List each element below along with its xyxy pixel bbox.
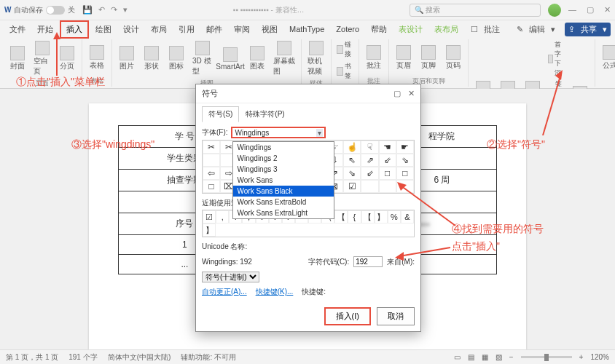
symbol-cell[interactable]: ☟: [361, 141, 378, 154]
status-page[interactable]: 第 1 页，共 1 页: [6, 352, 58, 363]
symbol-cell[interactable]: ☛: [396, 141, 414, 154]
symbol-cell[interactable]: [361, 180, 378, 193]
dialog-titlebar[interactable]: 符号 ▢✕: [196, 84, 420, 103]
tab-zotero[interactable]: Zotero: [331, 23, 364, 36]
symbol-cell[interactable]: ☝: [343, 141, 361, 154]
print-layout-icon[interactable]: ▦: [482, 353, 488, 361]
symbol-cell[interactable]: ⇙: [379, 154, 396, 167]
tab-tabledesign[interactable]: 表设计: [393, 22, 428, 37]
font-option[interactable]: Work Sans ExtraBold: [233, 197, 334, 207]
tab-design[interactable]: 设计: [118, 22, 144, 37]
comment-button[interactable]: 批注: [362, 39, 385, 76]
symbol-cell[interactable]: [379, 180, 396, 193]
recent-symbol[interactable]: 【: [334, 210, 348, 223]
tab-tablelayout[interactable]: 表布局: [429, 22, 463, 37]
symbol-cell[interactable]: ⇖: [343, 154, 361, 167]
font-option[interactable]: Wingdings 2: [233, 153, 334, 164]
symbol-cell[interactable]: ☚: [379, 141, 396, 154]
tab-layout[interactable]: 布局: [146, 22, 172, 37]
symbol-cell[interactable]: ⇘: [343, 167, 361, 180]
bookmark-button[interactable]: 书签: [334, 61, 356, 82]
shapes-button[interactable]: 形状: [140, 39, 163, 78]
equation-button[interactable]: 公式: [598, 39, 615, 76]
web-layout-icon[interactable]: ▨: [495, 353, 502, 361]
symbol-cell[interactable]: ⇙: [361, 167, 378, 180]
tab-file[interactable]: 文件: [4, 22, 31, 37]
tab-special-chars[interactable]: 特殊字符(P): [239, 106, 291, 122]
cover-page-button[interactable]: 封面: [6, 39, 29, 78]
dropcap-button[interactable]: 首字下沉: [546, 39, 567, 79]
smartart-button[interactable]: SmartArt: [216, 39, 244, 78]
share-button[interactable]: ⇪ 共享 ▾: [565, 23, 611, 36]
table-button[interactable]: 表格: [85, 39, 109, 76]
undo-icon[interactable]: ↶: [98, 5, 105, 15]
tab-view[interactable]: 视图: [256, 22, 283, 37]
recent-symbol[interactable]: 】: [375, 210, 388, 223]
recent-symbol[interactable]: 】: [203, 223, 216, 237]
font-option[interactable]: Work Sans Black: [233, 186, 334, 197]
blank-page-button[interactable]: 空白页: [31, 39, 54, 78]
autocorrect-link[interactable]: 自动更正(A)...: [202, 287, 247, 297]
3dmodel-button[interactable]: 3D 模型: [189, 39, 215, 78]
font-option[interactable]: Wingdings 3: [233, 164, 334, 175]
symbol-cell[interactable]: □: [203, 180, 220, 193]
recent-symbol[interactable]: ,: [216, 210, 229, 223]
online-video-button[interactable]: 联机视频: [305, 39, 328, 78]
cancel-button[interactable]: 取消: [377, 307, 415, 325]
tab-help[interactable]: 帮助: [366, 22, 392, 37]
chart-button[interactable]: 图表: [246, 39, 269, 78]
symbol-cell[interactable]: ☑: [343, 180, 361, 193]
symbol-cell[interactable]: ⇘: [396, 154, 414, 167]
footer-button[interactable]: 页脚: [417, 39, 440, 76]
link-button[interactable]: 链接: [334, 39, 356, 60]
recent-symbol[interactable]: &: [401, 210, 414, 223]
tab-insert[interactable]: 插入: [60, 20, 89, 39]
charcode-input[interactable]: [353, 256, 383, 267]
maximize-icon[interactable]: ▢: [587, 5, 594, 15]
symbol-cell[interactable]: ✂: [203, 141, 220, 154]
symbol-cell[interactable]: [396, 180, 414, 193]
font-combo[interactable]: Wingdings Wingdings Wingdings 2 Wingding…: [231, 127, 326, 138]
autosave-toggle[interactable]: W 自动保存 关: [4, 5, 75, 15]
tab-review[interactable]: 审阅: [229, 22, 255, 37]
font-option[interactable]: Work Sans: [233, 175, 334, 186]
recent-symbol[interactable]: 【: [361, 210, 375, 223]
edit-button[interactable]: ✎ 编辑 ▾: [513, 23, 559, 36]
tab-draw[interactable]: 绘图: [90, 22, 117, 37]
read-mode-icon[interactable]: ▤: [468, 353, 474, 361]
font-option[interactable]: Wingdings: [233, 142, 334, 153]
save-icon[interactable]: 💾: [82, 5, 93, 15]
tab-references[interactable]: 引用: [173, 22, 200, 37]
zoom-out-icon[interactable]: −: [509, 353, 514, 361]
insert-button[interactable]: 插入(I): [324, 307, 371, 325]
tab-mailings[interactable]: 邮件: [201, 22, 227, 37]
avatar[interactable]: [548, 4, 561, 17]
zoom-slider[interactable]: [521, 356, 572, 358]
recent-symbol[interactable]: %: [388, 210, 401, 223]
dialog-max-icon[interactable]: ▢: [393, 89, 401, 98]
screenshot-button[interactable]: 屏幕截图: [270, 39, 298, 78]
status-accessibility[interactable]: 辅助功能: 不可用: [181, 352, 236, 363]
pagenum-button[interactable]: 页码: [442, 39, 465, 76]
shortcut-link[interactable]: 快捷键(K)...: [256, 287, 294, 297]
zoom-in-icon[interactable]: +: [579, 353, 584, 361]
toggle-icon[interactable]: [46, 6, 65, 15]
header-button[interactable]: 页眉: [392, 39, 415, 76]
status-lang[interactable]: 简体中文(中国大陆): [108, 352, 171, 363]
from-select[interactable]: 符号(十进制): [202, 272, 259, 282]
icons-button[interactable]: 图标: [165, 39, 188, 78]
comments-button[interactable]: ☐ 批注: [467, 23, 507, 36]
dialog-close-icon[interactable]: ✕: [408, 89, 415, 98]
pictures-button[interactable]: 图片: [115, 39, 138, 78]
status-words[interactable]: 191 个字: [68, 352, 97, 363]
search-input[interactable]: 🔍 搜索: [410, 4, 541, 17]
focus-mode-icon[interactable]: ▭: [454, 353, 461, 361]
font-option[interactable]: Work Sans ExtraLight: [233, 207, 334, 218]
symbol-cell[interactable]: [203, 154, 220, 167]
symbol-cell[interactable]: □: [396, 167, 414, 180]
zoom-value[interactable]: 120%: [590, 353, 609, 361]
tab-home[interactable]: 开始: [32, 22, 58, 37]
tab-symbols[interactable]: 符号(S): [202, 106, 239, 122]
page-break-button[interactable]: 分页: [55, 39, 79, 78]
redo-icon[interactable]: ↷: [111, 5, 117, 15]
